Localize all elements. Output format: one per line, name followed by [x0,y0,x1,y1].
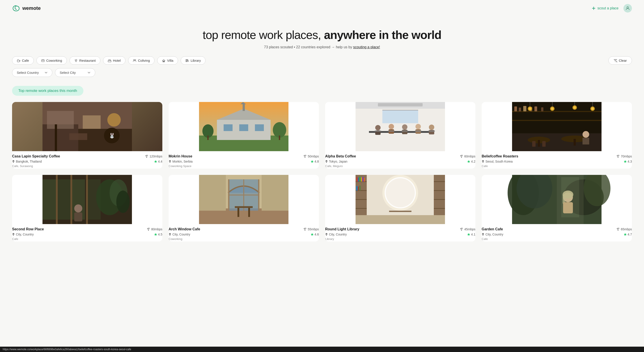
place-rating-6: 4.1 [467,232,476,236]
place-location-4: City, Country [12,232,34,236]
filter-library[interactable]: Library [181,56,206,65]
svg-rect-48 [378,103,422,106]
chevron-down-icon-city [88,71,90,74]
svg-rect-62 [374,130,381,132]
coworking-icon [41,59,45,62]
filter-villa[interactable]: Villa [157,56,178,65]
place-image-illustration-3 [482,102,632,151]
place-speed-3: 70mbps [616,154,632,158]
place-speed-2: 60mbps [460,154,476,158]
svg-point-175 [483,234,483,234]
svg-point-114 [116,190,130,213]
user-avatar-button[interactable] [624,4,632,12]
svg-rect-22 [83,116,100,129]
place-speed-5: 55mbps [304,228,319,231]
svg-rect-16 [187,60,188,62]
svg-rect-64 [402,130,408,132]
star-icon-7 [624,233,627,236]
place-info-6: Round Light Library 45mbps [325,224,476,242]
place-card-7[interactable]: Garden Cafe 65mbps [482,175,632,242]
country-select[interactable]: Select Country [12,68,52,77]
select-row: Select Country Select City [12,68,632,77]
svg-rect-106 [57,179,70,220]
location-icon-0 [12,160,15,163]
star-icon-0 [154,160,157,163]
svg-point-138 [386,178,415,207]
svg-point-67 [461,157,462,158]
star-icon-3 [624,160,627,163]
filter-chips-row: Cafe Coworking Restaurant [12,56,632,65]
svg-rect-158 [356,215,445,224]
place-speed-7: 65mbps [616,228,632,231]
place-name-4: Second Row Place [12,227,44,231]
place-image-1 [168,102,319,151]
place-image-illustration-0: 🐰 [12,102,162,151]
svg-rect-152 [361,177,362,182]
svg-marker-29 [154,160,157,163]
svg-rect-151 [359,177,361,182]
place-name-6: Round Light Library [325,227,359,231]
filter-coliving[interactable]: Coliving [128,56,154,65]
place-rating-0: 4.4 [154,160,162,163]
svg-rect-128 [262,175,288,211]
logo[interactable]: wemote [12,4,41,12]
wifi-icon-2 [460,155,463,158]
filters-section: Cafe Coworking Restaurant [0,56,644,77]
svg-rect-109 [56,175,58,224]
scouting-link[interactable]: scouting a place! [353,45,380,49]
svg-rect-97 [542,141,546,147]
svg-point-118 [13,234,14,234]
svg-point-23 [107,113,121,126]
svg-rect-157 [359,186,361,190]
svg-rect-40 [207,136,209,140]
hero-title: top remote work places, anywhere in the … [12,28,632,42]
place-card-6[interactable]: Round Light Library 45mbps [325,175,476,242]
place-name-0: Casa Lapin Specialty Coffee [12,154,60,158]
svg-rect-13 [163,61,164,62]
star-icon-4 [154,233,157,236]
scout-a-place-button[interactable]: scout a place [592,6,618,10]
svg-rect-66 [428,130,435,132]
place-card-3[interactable]: Beliefcoffee Roasters 70mbps [482,102,632,168]
place-card-4[interactable]: Second Row Place 80mbps [12,175,162,242]
svg-rect-34 [224,124,232,131]
svg-rect-50 [382,110,418,110]
place-image-illustration-4 [12,175,162,224]
place-speed-6: 45mbps [460,228,476,231]
svg-rect-75 [519,108,521,111]
filter-coworking[interactable]: Coworking [36,56,67,65]
filter-icon [614,59,617,62]
svg-point-160 [461,230,462,230]
svg-point-115 [74,204,82,212]
svg-rect-173 [561,177,579,217]
place-card-5[interactable]: Arch Window Cafe 55mbps [168,175,319,242]
svg-point-174 [618,230,618,230]
place-image-illustration-5 [168,175,319,224]
place-location-5: City, Country [168,232,190,236]
place-rating-7: 4.7 [624,232,632,236]
location-icon-4 [12,233,15,236]
place-card-0[interactable]: 🐰 Casa Lapin Specialty Coffee 120mbps [12,102,162,168]
svg-rect-95 [574,139,576,146]
svg-text:🐰: 🐰 [109,132,115,139]
place-card-2[interactable]: Alpha Beta Coffee 60mbps [325,102,476,168]
place-info-2: Alpha Beta Coffee 60mbps [325,151,476,168]
place-rating-1: 4.8 [310,160,319,163]
logo-icon [12,4,20,12]
wifi-icon-3 [616,155,620,158]
filter-hotel[interactable]: Hotel [103,56,126,65]
place-card-1[interactable]: Mokrin House 50mbps [168,102,319,168]
location-icon-6 [325,233,328,236]
wifi-icon-0 [145,155,148,158]
place-type-6: Library [325,237,476,241]
place-image-4 [12,175,162,224]
filter-cafe[interactable]: Cafe [12,56,34,65]
city-select[interactable]: Select City [55,68,95,77]
svg-point-98 [582,131,589,138]
svg-rect-21 [47,111,74,129]
location-icon-3 [482,160,484,163]
wifi-icon-4 [147,228,150,231]
places-grid: 🐰 Casa Lapin Specialty Coffee 120mbps [0,102,644,250]
clear-button[interactable]: Clear [608,56,632,65]
filter-restaurant[interactable]: Restaurant [70,56,100,65]
